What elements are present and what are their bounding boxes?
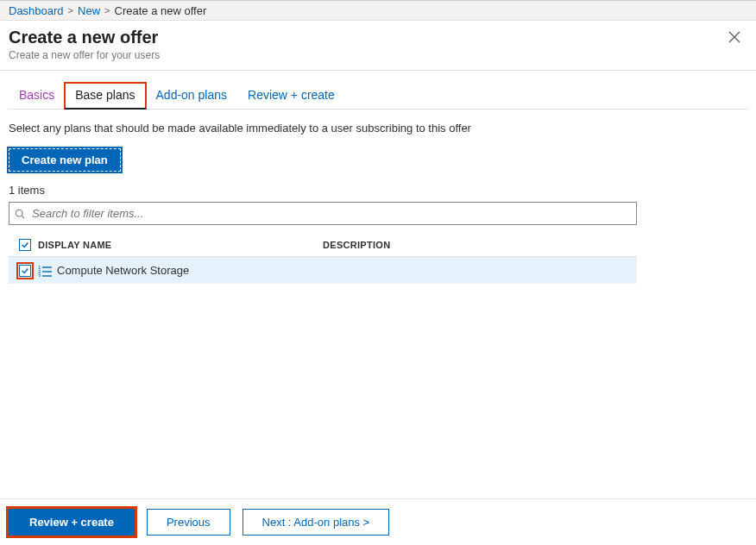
chevron-right-icon: > xyxy=(104,5,110,16)
tab-base-plans[interactable]: Base plans xyxy=(65,83,145,109)
row-checkbox[interactable] xyxy=(19,265,31,277)
page-header: Create a new offer Create a new offer fo… xyxy=(0,21,756,70)
tab-addon-plans[interactable]: Add-on plans xyxy=(146,83,238,109)
svg-point-0 xyxy=(16,210,22,216)
page-title: Create a new offer xyxy=(9,28,160,47)
plans-table: DISPLAY NAME DESCRIPTION 1 2 3 Compute N… xyxy=(9,234,637,284)
tab-review-create[interactable]: Review + create xyxy=(237,83,345,109)
content-area: Basics Base plans Add-on plans Review + … xyxy=(0,70,756,503)
row-name: Compute Network Storage xyxy=(57,264,189,277)
breadcrumb-current: Create a new offer xyxy=(115,4,207,17)
search-input[interactable] xyxy=(9,202,637,225)
chevron-right-icon: > xyxy=(68,5,73,16)
svg-line-1 xyxy=(22,216,24,218)
instruction-text: Select any plans that should be made ava… xyxy=(9,122,747,135)
items-count-label: 1 items xyxy=(9,184,747,197)
tab-bar: Basics Base plans Add-on plans Review + … xyxy=(9,83,747,110)
breadcrumb-dashboard[interactable]: Dashboard xyxy=(9,4,64,17)
close-icon[interactable] xyxy=(723,28,746,49)
select-all-checkbox[interactable] xyxy=(19,239,31,251)
table-header: DISPLAY NAME DESCRIPTION xyxy=(9,234,637,257)
search-icon xyxy=(15,209,25,219)
create-new-plan-button[interactable]: Create new plan xyxy=(9,148,121,172)
previous-button[interactable]: Previous xyxy=(147,509,230,536)
column-header-description[interactable]: DESCRIPTION xyxy=(323,240,633,250)
next-button[interactable]: Next : Add-on plans > xyxy=(243,509,390,536)
footer-bar: Review + create Previous Next : Add-on p… xyxy=(0,498,756,545)
plan-list-icon: 1 2 3 xyxy=(38,265,57,277)
column-header-display-name[interactable]: DISPLAY NAME xyxy=(38,240,323,250)
search-box xyxy=(9,202,637,225)
breadcrumb: Dashboard > New > Create a new offer xyxy=(0,0,756,21)
tab-basics[interactable]: Basics xyxy=(9,83,65,109)
page-subtitle: Create a new offer for your users xyxy=(9,49,160,61)
breadcrumb-new[interactable]: New xyxy=(78,4,100,17)
review-create-button[interactable]: Review + create xyxy=(9,509,135,536)
svg-text:3: 3 xyxy=(38,273,41,277)
table-row[interactable]: 1 2 3 Compute Network Storage xyxy=(9,257,637,284)
